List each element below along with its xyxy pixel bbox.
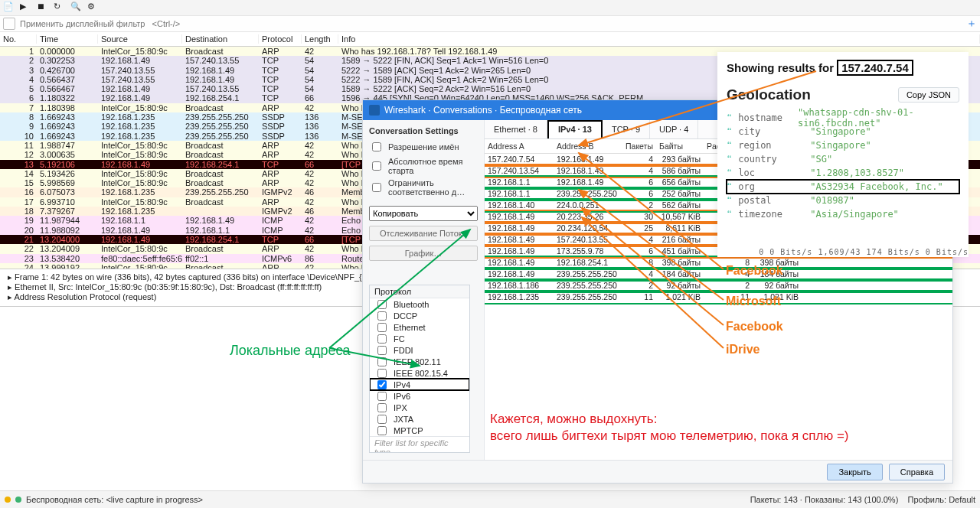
main-toolbar[interactable]: 📄 ▶ ⏹ ↻ 🔍 ⚙ [0, 0, 980, 16]
toolbar-icon[interactable]: ↻ [54, 2, 66, 14]
filter-add-icon[interactable]: ＋ [966, 17, 977, 31]
dialog-title: Wireshark · Conversations · Беспроводная… [384, 105, 582, 116]
filter-bookmark-icon[interactable] [3, 18, 15, 30]
absolute-time-checkbox[interactable]: Абсолютное время старта [369, 157, 478, 175]
protocol-item[interactable]: FDDI [370, 344, 469, 356]
protocol-header: Протокол [370, 285, 469, 298]
toolbar-icon[interactable]: ⏹ [37, 2, 49, 14]
geo-row: ❝org"AS32934 Facebook, Inc." [727, 180, 959, 194]
protocol-item[interactable]: Bluetooth [370, 298, 469, 310]
protocol-item[interactable]: Ethernet [370, 321, 469, 333]
conversation-row[interactable]: 192.168.1.49239.255.255.2504184 байты418… [485, 269, 952, 280]
tab-ethernet[interactable]: Ethernet · 8 [485, 120, 547, 138]
geo-row: ❝loc"1.2808,103.8527" [727, 166, 959, 180]
limit-filter-checkbox[interactable]: Ограничить соответственно д… [369, 178, 478, 197]
conversation-row[interactable]: 192.168.1.186239.255.255.250292 байты292… [485, 280, 952, 291]
wireshark-icon [369, 105, 380, 116]
protocol-item[interactable]: IPX [370, 402, 469, 413]
packet-count: Пакеты: 143 · Показаны: 143 (100.0%) [750, 495, 899, 504]
tab-tcp[interactable]: TCP · 9 [603, 120, 650, 138]
resolve-names-checkbox[interactable]: Разрешение имён [369, 140, 478, 154]
follow-stream-button[interactable]: Отслеживание Потока [369, 226, 478, 241]
toolbar-icon[interactable]: ⚙ [87, 2, 100, 14]
toolbar-icon[interactable]: 📄 [3, 2, 15, 14]
tab-ipv4[interactable]: IPv4 · 13 [547, 120, 603, 138]
display-filter-input[interactable] [18, 18, 963, 29]
geo-row: ❝hostname"whatsapp-cdn-shv-01-sin6.fbcdn… [727, 111, 959, 125]
protocol-item[interactable]: JXTA [370, 413, 469, 425]
geo-stats-row: 0 0 Bits/s 1,609/43 174 Bits/s 0 Bits/s [759, 248, 969, 256]
annotation-facebook: Facebook [726, 264, 783, 278]
geo-showing: Showing results for 157.240.7.54 [727, 60, 959, 76]
protocol-item[interactable]: IPv4 [370, 379, 469, 390]
protocol-item[interactable]: IEEE 802.15.4 [370, 367, 469, 379]
annotation-facebook2: Facebook [726, 320, 783, 334]
geo-row: ❝region"Singapore" [727, 138, 959, 152]
conversation-row[interactable]: 192.168.1.49192.168.254.18398 байты8398 … [485, 257, 952, 269]
geo-row: ❝timezone"Asia/Singapore" [727, 207, 959, 221]
annotation-comment2: всего лишь бигтехи тырят мою телеметрию,… [490, 428, 849, 444]
capture-status: Беспроводная сеть: <live capture in prog… [26, 495, 203, 504]
copy-dropdown[interactable]: Копировать [369, 206, 478, 221]
display-filter-bar[interactable]: ＋ [0, 16, 980, 32]
protocol-item[interactable]: IPv6 [370, 390, 469, 402]
close-button[interactable]: Закрыть [827, 464, 882, 480]
annotation-microsoft: Microsoft [726, 295, 781, 308]
geolocation-panel: Showing results for 157.240.7.54 Geoloca… [717, 52, 969, 257]
packet-list-header: No.TimeSource DestinationProtocolLengthI… [0, 32, 980, 47]
toolbar-icon[interactable]: 🔍 [70, 2, 83, 14]
status-indicator-icon [15, 497, 21, 503]
graph-button[interactable]: График… [369, 246, 478, 261]
geo-header: Geolocation [727, 86, 811, 103]
profile-label[interactable]: Профиль: Default [908, 495, 975, 504]
conversation-row[interactable]: 192.168.1.235239.255.255.250111,021 KiB1… [485, 291, 952, 303]
annotation-local: Локальные адреса [230, 343, 350, 359]
status-bar: Беспроводная сеть: <live capture in prog… [0, 490, 980, 508]
annotation-idrive: iDrive [726, 343, 760, 357]
protocol-filter-input[interactable]: Filter list for specific type [370, 436, 469, 453]
protocol-picker[interactable]: Протокол BluetoothDCCPEthernetFCFDDIIEEE… [369, 285, 470, 453]
protocol-item[interactable]: DCCP [370, 310, 469, 321]
geo-row: ❝postal"018987" [727, 194, 959, 207]
status-indicator-icon [5, 497, 11, 503]
protocol-item[interactable]: FC [370, 333, 469, 344]
help-button[interactable]: Справка [889, 464, 945, 480]
settings-header: Conversation Settings [369, 126, 478, 135]
copy-json-button[interactable]: Copy JSON [898, 87, 959, 103]
annotation-comment1: Кажется, можно выдохнуть: [490, 412, 657, 427]
tab-udp[interactable]: UDP · 4 [650, 120, 698, 138]
protocol-item[interactable]: MPTCP [370, 425, 469, 436]
protocol-item[interactable]: IEEE 802.11 [370, 356, 469, 367]
geo-ip: 157.240.7.54 [837, 60, 913, 76]
geo-row: ❝country"SG" [727, 152, 959, 166]
toolbar-icon[interactable]: ▶ [20, 2, 32, 14]
